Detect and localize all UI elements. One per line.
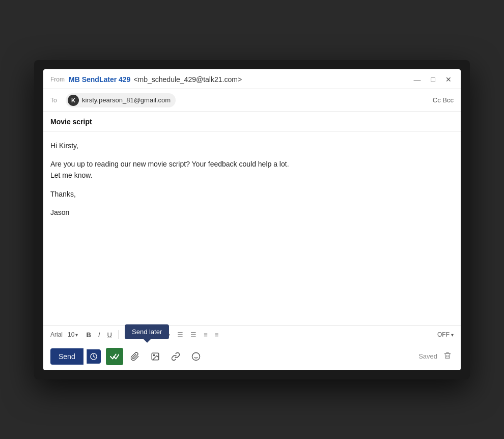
recipient-avatar: K (68, 95, 79, 106)
numbered-list-button[interactable]: ☰ (174, 329, 186, 341)
body-greeting: Hi Kirsty, (50, 140, 454, 151)
action-bar: Send later Send (43, 344, 461, 370)
email-body[interactable]: Hi Kirsty, Are you up to reading our new… (43, 132, 461, 325)
toolbar-separator-1 (118, 330, 119, 339)
svg-line-2 (94, 356, 95, 358)
subject-row: Movie script (43, 112, 461, 132)
send-clock-button[interactable] (87, 349, 101, 364)
font-size-selector[interactable]: 10 ▾ (68, 331, 78, 338)
recipient-email: kirsty.pearson_81@gmail.com (82, 96, 171, 104)
svg-point-5 (192, 352, 200, 360)
off-toggle[interactable]: OFF ▾ (437, 331, 454, 338)
double-check-icon (110, 353, 119, 360)
to-label: To (50, 97, 61, 104)
image-icon (151, 352, 160, 361)
formatting-toolbar: Arial 10 ▾ B I U A ▾ A ▾ ☰ ▾ ☰ (43, 325, 461, 344)
clock-icon (90, 353, 97, 360)
attach-button[interactable] (126, 349, 144, 364)
font-color-button[interactable]: A ▾ (122, 329, 136, 341)
align-chevron-icon: ▾ (167, 332, 170, 338)
svg-point-4 (153, 354, 154, 355)
increase-indent-button[interactable]: ≡ (212, 329, 222, 341)
cc-bcc-button[interactable]: Cc Bcc (433, 96, 454, 104)
body-closing: Thanks, (50, 188, 454, 200)
bold-button[interactable]: B (83, 329, 94, 341)
align-button[interactable]: ☰ ▾ (157, 329, 173, 341)
emoji-icon (191, 352, 201, 361)
toolbar-separator-2 (154, 330, 154, 339)
highlight-button[interactable]: A ▾ (136, 329, 151, 341)
schedule-check-button[interactable] (106, 348, 123, 365)
saved-status: Saved (418, 349, 454, 364)
email-compose-window: From MB SendLater 429 <mb_schedule_429@t… (43, 69, 461, 370)
attachment-icon (130, 352, 139, 361)
body-signature: Jason (50, 207, 454, 218)
send-button[interactable]: Send (50, 348, 83, 365)
underline-button[interactable]: U (104, 329, 115, 341)
trash-icon (443, 351, 452, 360)
bullet-list-button[interactable]: ☰ (187, 329, 200, 341)
window-container: From MB SendLater 429 <mb_schedule_429@t… (34, 60, 470, 379)
close-button[interactable]: ✕ (443, 74, 454, 85)
emoji-button[interactable] (187, 349, 205, 364)
delete-button[interactable] (441, 349, 454, 364)
to-row: To K kirsty.pearson_81@gmail.com Cc Bcc (43, 89, 461, 112)
subject-text: Movie script (50, 118, 92, 126)
window-controls: — □ ✕ (412, 74, 454, 85)
italic-button[interactable]: I (95, 329, 103, 341)
link-button[interactable] (167, 349, 184, 364)
link-icon (171, 352, 180, 361)
from-label: From (50, 76, 65, 83)
maximize-button[interactable]: □ (429, 74, 437, 85)
image-button[interactable] (147, 349, 164, 364)
font-name-label: Arial (50, 331, 63, 338)
from-email: <mb_schedule_429@talk21.com> (133, 75, 242, 84)
body-paragraph: Are you up to reading our new movie scri… (50, 158, 454, 181)
from-name: MB SendLater 429 (69, 75, 130, 84)
font-color-chevron-icon: ▾ (130, 332, 132, 338)
title-bar: From MB SendLater 429 <mb_schedule_429@t… (43, 69, 461, 89)
decrease-indent-button[interactable]: ≡ (201, 329, 211, 341)
recipient-chip[interactable]: K kirsty.pearson_81@gmail.com (66, 93, 176, 107)
highlight-chevron-icon: ▾ (145, 332, 148, 338)
off-toggle-chevron-icon: ▾ (451, 332, 454, 338)
minimize-button[interactable]: — (412, 74, 423, 85)
font-size-chevron-icon: ▾ (75, 332, 78, 338)
